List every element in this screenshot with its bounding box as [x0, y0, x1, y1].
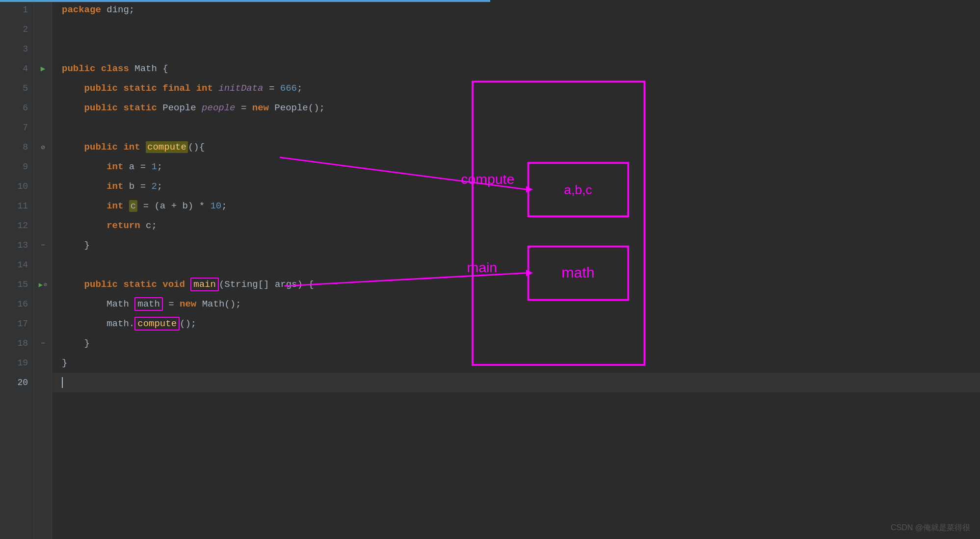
line-num-11: 11 [0, 196, 34, 216]
line-num-1: 1 [0, 0, 34, 20]
brace-19: } [62, 358, 67, 368]
num-10: 10 [210, 201, 221, 211]
indent-15 [62, 279, 84, 290]
gutter-19 [34, 353, 52, 373]
line-num-18: 18 [0, 334, 34, 353]
gutter-14 [34, 255, 52, 275]
code-line-8: public int compute (){ [52, 137, 980, 157]
code-line-20 [52, 373, 980, 392]
line-num-4: 4 [0, 59, 34, 78]
code-line-14 [52, 255, 980, 275]
line-num-14: 14 [0, 255, 34, 275]
method-sig-8: (){ [188, 142, 205, 153]
indent-11 [62, 201, 106, 211]
indent-6 [62, 103, 84, 113]
gutter-12 [34, 216, 52, 235]
kw-int-11: int [106, 201, 129, 211]
indent-12 [62, 220, 106, 231]
line-num-15: 15 [0, 275, 34, 294]
line-num-20: 20 [0, 373, 34, 392]
text-cursor [62, 377, 68, 388]
kw-static-15: static [123, 279, 162, 290]
kw-public-4: public [62, 63, 101, 74]
kw-int-8: int [123, 142, 146, 153]
semi-9: ; [157, 161, 162, 172]
line-num-17: 17 [0, 314, 34, 334]
line-num-10: 10 [0, 177, 34, 196]
return-c: c; [146, 220, 157, 231]
line-num-12: 12 [0, 216, 34, 235]
classname-math: Math { [134, 63, 168, 74]
gutter-20 [34, 373, 52, 392]
code-line-18: } [52, 334, 980, 353]
kw-public-5: public [84, 83, 124, 94]
breakpoint-icon-8[interactable]: ⊘ [41, 143, 45, 152]
var-c-highlight: c [129, 200, 137, 212]
run-icon-4[interactable]: ▶ [41, 64, 46, 74]
indent-16 [62, 299, 106, 309]
code-line-9: int a = 1 ; [52, 157, 980, 177]
kw-public-6: public [84, 103, 124, 113]
gutter-17 [34, 314, 52, 334]
eq-16: = [163, 299, 180, 309]
code-line-6: public static People people = new People… [52, 98, 980, 118]
code-line-2 [52, 20, 980, 39]
brace-13: } [62, 240, 90, 251]
gutter-15: ▶ ⊘ [34, 275, 52, 294]
gutter: ▶ ⊘ − ▶ ⊘ − [34, 0, 52, 539]
fn-compute-highlight: compute [146, 141, 188, 153]
code-line-16: Math math = new Math(); [52, 294, 980, 314]
editor-container: 1 2 3 4 5 6 7 8 9 10 11 12 13 14 15 16 1… [0, 0, 980, 539]
gutter-4[interactable]: ▶ [34, 59, 52, 78]
var-people: people [202, 103, 235, 113]
fold-icon-13[interactable]: − [41, 241, 45, 249]
new-people: People(); [274, 103, 325, 113]
num-1: 1 [151, 161, 157, 172]
code-line-11: int c = (a + b) * 10 ; [52, 196, 980, 216]
kw-int-9: int [106, 161, 129, 172]
kw-static-6: static [123, 103, 162, 113]
kw-new-16: new [180, 299, 202, 309]
keyword-package: package [62, 4, 101, 15]
code-line-17: math. compute (); [52, 314, 980, 334]
code-line-10: int b = 2 ; [52, 177, 980, 196]
var-initdata: initData [218, 83, 263, 94]
gutter-13: − [34, 235, 52, 255]
watermark: CSDN @俺就是菜得很 [891, 523, 970, 533]
expr-11: = (a + b) * [137, 201, 210, 211]
line-num-6: 6 [0, 98, 34, 118]
gutter-11 [34, 196, 52, 216]
gutter-8: ⊘ [34, 137, 52, 157]
code-line-4: public class Math { [52, 59, 980, 78]
kw-void-15: void [162, 279, 190, 290]
brace-18: } [62, 338, 90, 349]
eq-6: = [236, 103, 252, 113]
var-a: a = [129, 161, 152, 172]
gutter-2 [34, 20, 52, 39]
kw-return: return [106, 220, 146, 231]
gutter-7 [34, 118, 52, 137]
fold-icon-18[interactable]: − [41, 339, 45, 347]
run-icon-15[interactable]: ▶ [39, 281, 43, 289]
indent-9 [62, 161, 106, 172]
code-line-7 [52, 118, 980, 137]
gutter-6 [34, 98, 52, 118]
line-num-13: 13 [0, 235, 34, 255]
num-666: 666 [280, 83, 297, 94]
eq-5: = [264, 83, 280, 94]
gutter-16 [34, 294, 52, 314]
line-num-8: 8 [0, 137, 34, 157]
semi-10: ; [157, 181, 162, 192]
code-line-12: return c; [52, 216, 980, 235]
indent-17 [62, 318, 106, 329]
code-line-1: package ding; [52, 0, 980, 20]
indent-8 [62, 142, 84, 153]
indent-5 [62, 83, 84, 94]
kw-new-6: new [252, 103, 275, 113]
call-end: (); [180, 318, 196, 329]
kw-int-5: int [196, 83, 219, 94]
method-sig-15: (String[] args) { [219, 279, 314, 290]
line-num-19: 19 [0, 353, 34, 373]
bp-icon-15[interactable]: ⊘ [44, 281, 47, 288]
new-math: Math(); [202, 299, 241, 309]
